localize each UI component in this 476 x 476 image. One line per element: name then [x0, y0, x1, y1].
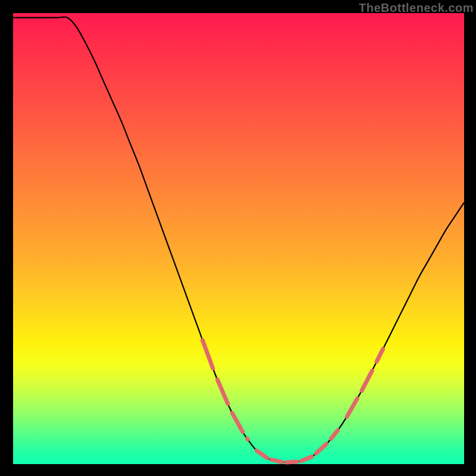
- svg-line-7: [301, 456, 311, 461]
- bottleneck-curve: [13, 17, 464, 462]
- curve-svg: [13, 13, 464, 464]
- svg-line-12: [377, 349, 383, 362]
- svg-line-1: [217, 380, 227, 404]
- dashed-overlay: [202, 340, 383, 462]
- svg-line-4: [256, 450, 267, 458]
- svg-line-5: [271, 460, 281, 462]
- svg-line-6: [286, 462, 296, 462]
- svg-line-0: [202, 340, 212, 368]
- plot-area: [13, 13, 464, 464]
- svg-line-3: [247, 439, 248, 439]
- svg-line-10: [347, 399, 357, 417]
- svg-line-11: [362, 371, 372, 391]
- svg-line-2: [232, 413, 242, 431]
- svg-line-8: [316, 444, 326, 453]
- chart-stage: TheBottleneck.com: [0, 0, 476, 476]
- svg-line-9: [331, 430, 337, 439]
